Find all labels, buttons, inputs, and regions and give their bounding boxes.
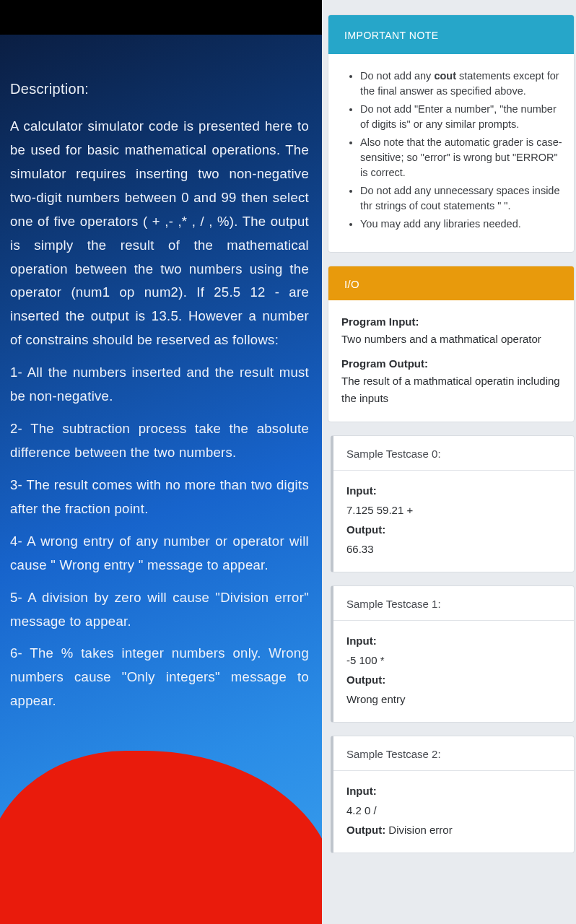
program-input-label: Program Input: (341, 313, 564, 331)
testcase-title: Sample Testcase 0: (333, 436, 574, 471)
top-black-bar (0, 0, 322, 35)
note-bullet: Do not add any cout statements except fo… (360, 69, 565, 99)
note-bullet: Do not add "Enter a number", "the number… (360, 102, 565, 132)
io-header: I/O (328, 266, 574, 300)
tc-input-label: Input: (346, 785, 377, 797)
testcase-card: Sample Testcase 0: Input: 7.125 59.21 + … (331, 435, 575, 572)
testcase-title: Sample Testcase 2: (333, 736, 574, 771)
red-overlay (0, 751, 322, 924)
tc-output-label: Output: (346, 824, 388, 836)
program-output-text: The result of a mathmatical operatin inc… (341, 372, 564, 407)
note-bullet: Do not add any unnecessary spaces inside… (360, 183, 565, 214)
description-intro: A calculator simulator code is presented… (10, 118, 309, 347)
io-card: I/O Program Input: Two numbers and a mat… (328, 266, 575, 422)
constraint-item: 4- A wrong entry of any number or operat… (10, 530, 309, 578)
tc-input-label: Input: (346, 484, 377, 497)
constraint-item: 5- A division by zero will cause "Divisi… (10, 586, 309, 634)
constraint-item: 3- The result comes with no more than tw… (10, 474, 309, 521)
tc-output-value: Wrong entry (346, 689, 561, 709)
testcase-body: Input: 7.125 59.21 + Output: 66.33 (333, 471, 574, 572)
important-note-header: IMPORTANT NOTE (328, 15, 574, 54)
testcase-card: Sample Testcase 1: Input: -5 100 * Outpu… (331, 585, 575, 723)
testcase-title: Sample Testcase 1: (333, 586, 574, 621)
tc-output-value: 66.33 (346, 539, 561, 559)
testcase-card: Sample Testcase 2: Input: 4.2 0 / Output… (331, 736, 575, 853)
tc-input-label: Input: (346, 635, 377, 647)
io-body: Program Input: Two numbers and a mathmat… (328, 300, 574, 422)
tc-output-value: Division error (388, 824, 452, 836)
testcase-body: Input: 4.2 0 / Output: Division error (333, 771, 574, 853)
note-list: Do not add any cout statements except fo… (349, 69, 565, 232)
description-heading: Description: (10, 81, 309, 97)
important-note-body: Do not add any cout statements except fo… (328, 54, 574, 252)
constraint-item: 1- All the numbers inserted and the resu… (10, 361, 309, 409)
program-output-label: Program Output: (341, 355, 564, 372)
testcase-body: Input: -5 100 * Output: Wrong entry (333, 621, 574, 722)
tc-input-value: -5 100 * (346, 650, 561, 670)
note-bullet: You may add any libraries needed. (360, 217, 565, 232)
tc-input-value: 7.125 59.21 + (346, 500, 561, 520)
description-panel: Description: A calculator simulator code… (0, 0, 322, 924)
right-panel: IMPORTANT NOTE Do not add any cout state… (322, 0, 576, 924)
constraint-item: 6- The % takes integer numbers only. Wro… (10, 642, 309, 713)
constraint-item: 2- The subtraction process take the abso… (10, 417, 309, 465)
note-bullet: Also note that the automatic grader is c… (360, 135, 565, 180)
important-note-card: IMPORTANT NOTE Do not add any cout state… (328, 14, 575, 253)
tc-output-label: Output: (346, 674, 385, 686)
tc-input-value: 4.2 0 / (346, 801, 561, 820)
program-input-text: Two numbers and a mathmatical operator (341, 331, 564, 348)
description-body: A calculator simulator code is presented… (10, 115, 309, 713)
tc-output-label: Output: (346, 523, 385, 536)
